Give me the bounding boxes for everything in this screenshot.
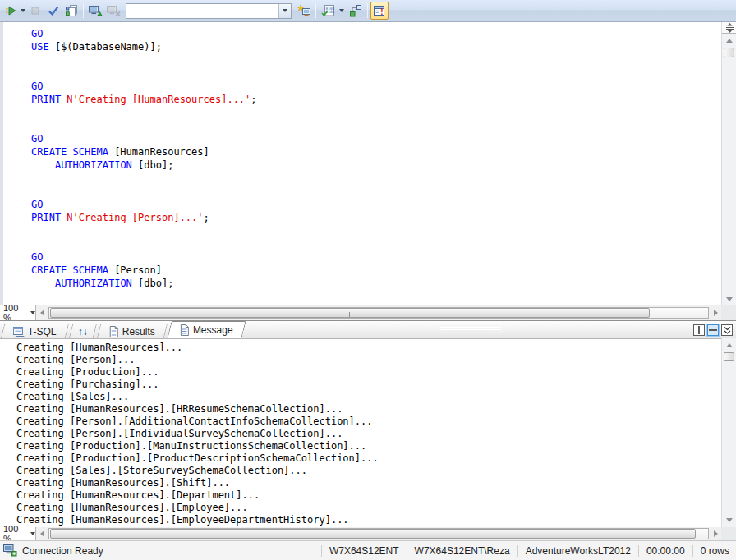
execution-settings-dropdown[interactable] — [337, 2, 347, 20]
editor-hscroll-thumb[interactable] — [50, 308, 650, 318]
message-line: Creating [HumanResources].[HRResumeSchem… — [16, 403, 379, 415]
scroll-right-button[interactable] — [710, 305, 721, 320]
database-combo-input[interactable] — [126, 5, 278, 17]
execute-dropdown-icon[interactable] — [21, 9, 25, 12]
message-line: Creating [Production].[ProductDescriptio… — [16, 452, 379, 465]
status-item: 00:00:00 — [646, 545, 685, 557]
tab-tsql[interactable]: T-SQL — [1, 324, 69, 338]
code-line — [31, 172, 257, 185]
message-line: Creating [Person].[IndividualSurveySchem… — [16, 428, 379, 440]
stop-button[interactable] — [26, 2, 44, 20]
collapse-pane-button[interactable] — [721, 324, 733, 336]
toolbar-separator — [83, 3, 84, 18]
message-line: Creating [Sales]... — [16, 391, 379, 403]
message-line: Creating [HumanResources].[Shift]... — [16, 477, 379, 489]
connect-button[interactable] — [86, 2, 104, 20]
database-combo-dropdown[interactable] — [278, 4, 291, 18]
execute-button[interactable] — [4, 2, 26, 20]
code-line — [31, 119, 257, 132]
code-line: AUTHORIZATION [dbo]; — [31, 277, 257, 290]
messages-scroll-thumb[interactable] — [724, 352, 734, 361]
results-page-icon — [109, 326, 119, 337]
scroll-up-button[interactable] — [722, 339, 736, 351]
execution-plan-pages-button[interactable] — [62, 2, 80, 20]
code-line — [31, 53, 257, 67]
code-line — [31, 224, 257, 237]
status-separator — [407, 545, 407, 557]
sort-arrows-icon: ↑↓ — [78, 326, 88, 337]
message-line: Creating [Purchasing]... — [16, 379, 379, 391]
connection-status-icon — [3, 544, 17, 557]
editor-selection-margin — [0, 22, 3, 305]
right-arrow-icon — [714, 310, 718, 316]
status-right-group: W7X64S12ENTW7X64S12ENT\RezaAdventureWork… — [314, 545, 736, 557]
pane-splitter-grip[interactable] — [440, 327, 501, 332]
scroll-left-button[interactable] — [36, 305, 48, 320]
tab-message[interactable]: Message — [167, 321, 246, 338]
change-connection-icon — [297, 4, 311, 17]
status-bar: Connection Ready W7X64S12ENTW7X64S12ENT\… — [0, 540, 736, 560]
status-item: W7X64S12ENT\Reza — [415, 545, 510, 557]
chevron-down-icon — [30, 532, 35, 535]
database-combo[interactable] — [126, 3, 292, 19]
message-line: Creating [Person]... — [16, 354, 379, 366]
code-line: PRINT N'Creating [Person]...'; — [31, 211, 257, 224]
messages-hscroll-thumb[interactable] — [50, 529, 696, 539]
toolbar-separator — [315, 3, 316, 18]
properties-window-button[interactable]: ! — [370, 2, 389, 20]
connection-status-text: Connection Ready — [22, 545, 104, 557]
connect-icon — [88, 4, 103, 17]
scroll-left-button[interactable] — [36, 527, 48, 540]
left-arrow-icon — [40, 310, 44, 316]
scroll-down-button[interactable] — [722, 293, 736, 305]
messages-horizontal-scrollbar[interactable] — [48, 528, 709, 539]
parse-button[interactable] — [44, 2, 62, 20]
sqlcmd-mode-button[interactable]: 0101 0101 — [319, 2, 337, 20]
code-line — [31, 67, 257, 80]
scroll-up-button[interactable] — [722, 34, 736, 47]
results-tabstrip: T-SQL ↑↓ Results — [0, 320, 736, 338]
toolbar-separator — [367, 3, 368, 18]
split-vertical-button[interactable] — [693, 324, 705, 336]
code-line: GO — [31, 80, 257, 93]
messages-output[interactable]: Creating [HumanResources]...Creating [Pe… — [0, 338, 721, 527]
scroll-down-button[interactable] — [722, 514, 736, 526]
tab-sort-toggle[interactable]: ↑↓ — [68, 324, 96, 338]
up-arrow-icon — [726, 39, 733, 43]
estimated-plan-button[interactable] — [347, 2, 365, 20]
message-line: Creating [Sales].[StoreSurveySchemaColle… — [16, 465, 379, 477]
message-line: Creating [Person].[AdditionalContactInfo… — [16, 415, 379, 428]
status-separator — [518, 545, 518, 557]
code-line — [31, 185, 257, 198]
tab-label: T-SQL — [28, 326, 57, 337]
left-arrow-icon — [40, 530, 44, 537]
status-item: AdventureWorksLT2012 — [526, 545, 631, 557]
up-arrow-icon — [726, 343, 733, 347]
messages-zoom-control[interactable]: 100 % — [0, 527, 36, 540]
scroll-right-button[interactable] — [710, 527, 721, 540]
status-separator — [638, 545, 639, 557]
status-item: 0 rows — [701, 545, 729, 557]
editor-vertical-scrollbar[interactable] — [721, 22, 736, 305]
message-line: Creating [Production]... — [16, 366, 379, 379]
message-line: Creating [Production].[ManuInstructionsS… — [16, 440, 379, 452]
scrollbar-corner — [721, 527, 736, 540]
split-horizontal-button[interactable] — [707, 324, 719, 336]
message-line: Creating [HumanResources].[Department]..… — [16, 489, 379, 502]
query-toolbar: 0101 0101 — [0, 0, 736, 22]
change-connection-button[interactable] — [295, 2, 313, 20]
tab-results[interactable]: Results — [96, 324, 168, 338]
down-arrow-icon — [726, 297, 733, 301]
properties-window-icon: ! — [373, 4, 386, 17]
thumb-grip — [346, 305, 353, 320]
editor-zoom-control[interactable]: 100 % — [0, 305, 36, 320]
editor-horizontal-scrollbar[interactable] — [48, 307, 709, 319]
editor-scroll-thumb[interactable] — [724, 48, 734, 57]
message-line: Creating [HumanResources].[EmployeeDepar… — [16, 514, 379, 526]
message-page-icon — [180, 324, 190, 336]
sql-editor[interactable]: GOUSE [$(DatabaseName)]; GOPRINT N'Creat… — [0, 22, 721, 305]
messages-vertical-scrollbar[interactable] — [721, 338, 736, 527]
splitter-handle[interactable] — [722, 22, 736, 34]
disconnect-button[interactable] — [104, 2, 122, 20]
code-line: GO — [31, 27, 257, 40]
